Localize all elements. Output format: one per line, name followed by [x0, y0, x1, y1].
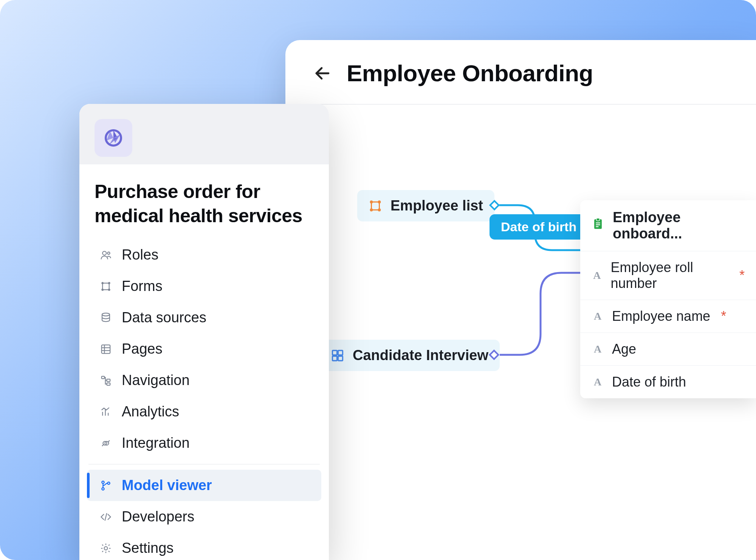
text-type-icon: A	[592, 269, 603, 282]
sidebar-item-developers[interactable]: Developers	[87, 501, 321, 532]
detail-field-label: Employee name	[612, 308, 710, 324]
chart-icon	[99, 405, 113, 419]
sidebar-item-forms[interactable]: Forms	[87, 271, 321, 302]
sidebar-item-integration[interactable]: Integration	[87, 427, 321, 459]
svg-point-3	[378, 201, 380, 203]
app-icon[interactable]	[94, 119, 132, 157]
svg-rect-18	[102, 283, 109, 290]
svg-point-36	[102, 481, 104, 483]
connection-badge[interactable]: Date of birth	[490, 214, 588, 240]
svg-rect-30	[107, 383, 110, 385]
svg-point-19	[102, 282, 103, 284]
model-canvas[interactable]: Employee list Date of birth Candidate In…	[285, 105, 756, 558]
sidebar-item-pages[interactable]: Pages	[87, 333, 321, 365]
sidebar-nav-secondary: Model viewerDevelopersSettings	[87, 470, 321, 560]
svg-point-37	[102, 487, 104, 490]
text-type-icon: A	[592, 343, 604, 355]
back-button[interactable]	[312, 63, 333, 84]
branch-icon	[99, 479, 113, 492]
user-icon	[99, 248, 113, 262]
svg-rect-7	[338, 350, 343, 355]
sidebar-item-settings[interactable]: Settings	[87, 532, 321, 560]
node-label: Candidate Interview	[353, 347, 488, 364]
main-panel: Employee Onboarding Employee list Date o…	[285, 40, 756, 560]
sidebar-item-label: Roles	[122, 247, 158, 263]
form-icon	[369, 199, 382, 213]
svg-point-2	[370, 201, 372, 203]
clipboard-icon	[592, 218, 604, 234]
sidebar-item-label: Data sources	[122, 309, 206, 326]
sidebar-item-label: Settings	[122, 540, 174, 556]
sidebar-panel: Purchase order for medical health servic…	[79, 104, 329, 560]
node-candidate-interview[interactable]: Candidate Interview	[319, 340, 500, 371]
svg-point-17	[107, 252, 110, 254]
sidebar-item-label: Integration	[122, 435, 190, 451]
svg-point-16	[102, 251, 106, 255]
text-type-icon: A	[592, 376, 604, 388]
arrow-left-icon	[313, 64, 332, 82]
detail-field-row[interactable]: ADate of birth	[580, 365, 756, 398]
svg-rect-29	[107, 379, 110, 381]
svg-rect-14	[596, 226, 598, 227]
required-indicator: *	[721, 308, 726, 324]
tree-icon	[99, 374, 113, 387]
sidebar-title: Purchase order for medical health servic…	[87, 173, 321, 239]
aperture-icon	[103, 128, 124, 148]
sidebar-item-roles[interactable]: Roles	[87, 239, 321, 271]
svg-point-40	[104, 546, 108, 550]
page-header: Employee Onboarding	[285, 40, 756, 105]
text-type-icon: A	[592, 310, 604, 322]
sidebar-item-label: Pages	[122, 341, 163, 357]
plug-icon	[99, 436, 113, 450]
svg-rect-13	[596, 224, 600, 225]
sidebar-item-navigation[interactable]: Navigation	[87, 365, 321, 396]
sidebar-item-label: Forms	[122, 278, 163, 294]
svg-rect-11	[596, 218, 600, 221]
detail-field-label: Date of birth	[612, 374, 686, 390]
svg-point-21	[102, 289, 103, 290]
node-label: Employee list	[390, 198, 483, 214]
sidebar-item-model-viewer[interactable]: Model viewer	[87, 470, 321, 501]
svg-rect-1	[372, 202, 380, 210]
svg-point-20	[108, 282, 110, 284]
svg-rect-24	[102, 345, 110, 353]
sidebar-header	[79, 104, 329, 164]
detail-field-label: Age	[612, 341, 636, 357]
svg-rect-6	[333, 350, 337, 355]
gear-icon	[99, 541, 113, 555]
detail-field-row[interactable]: AEmployee name*	[580, 300, 756, 333]
svg-point-38	[107, 482, 110, 484]
svg-rect-12	[596, 222, 600, 223]
svg-rect-28	[102, 376, 105, 378]
svg-rect-9	[338, 356, 343, 360]
form-icon	[99, 280, 113, 293]
svg-point-22	[108, 289, 110, 290]
sidebar-item-label: Model viewer	[122, 477, 212, 493]
detail-field-row[interactable]: AAge	[580, 333, 756, 365]
detail-card-header[interactable]: Employee onboard...	[580, 200, 756, 251]
sidebar-item-analytics[interactable]: Analytics	[87, 396, 321, 427]
page-title: Employee Onboarding	[347, 60, 593, 87]
sidebar-item-label: Developers	[122, 509, 194, 525]
required-indicator: *	[739, 268, 745, 283]
sidebar-item-data-sources[interactable]: Data sources	[87, 302, 321, 333]
svg-point-4	[370, 209, 372, 211]
grid-icon	[99, 342, 113, 356]
sidebar-nav-primary: RolesFormsData sourcesPagesNavigationAna…	[87, 239, 321, 459]
detail-card: Employee onboard... AEmployee roll numbe…	[580, 200, 756, 398]
code-icon	[99, 510, 113, 524]
sidebar-item-label: Navigation	[122, 372, 190, 388]
nav-divider	[88, 464, 320, 464]
svg-rect-8	[333, 356, 337, 360]
layout-icon	[331, 349, 344, 362]
db-icon	[99, 311, 113, 325]
svg-point-5	[378, 209, 380, 211]
sidebar-item-label: Analytics	[122, 404, 179, 420]
detail-field-label: Employee roll number	[611, 260, 729, 291]
svg-line-39	[105, 513, 107, 521]
svg-point-23	[102, 313, 110, 316]
detail-field-row[interactable]: AEmployee roll number*	[580, 251, 756, 300]
node-employee-list[interactable]: Employee list	[357, 190, 494, 221]
detail-title: Employee onboard...	[613, 209, 745, 242]
